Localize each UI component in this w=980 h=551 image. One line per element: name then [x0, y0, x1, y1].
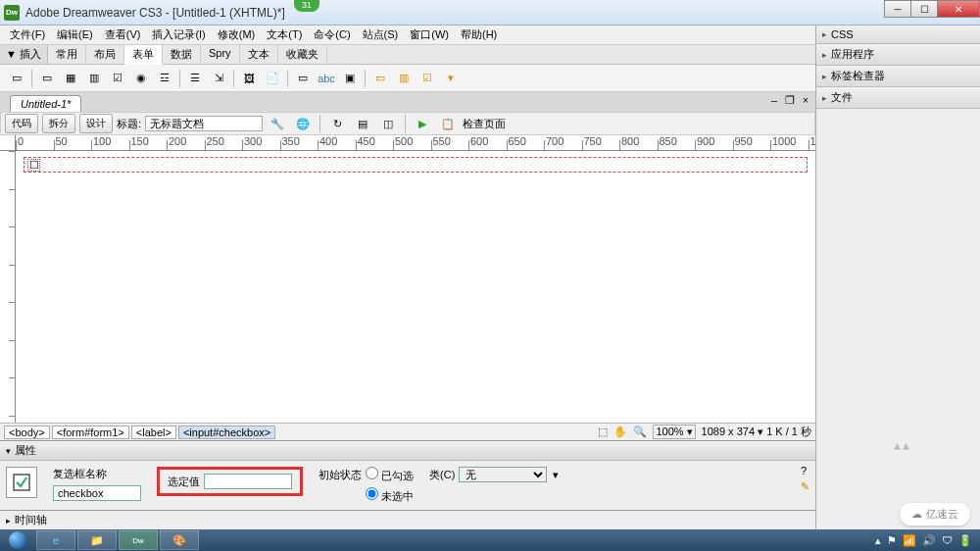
task-ie[interactable]: e: [36, 530, 75, 550]
doc-tab[interactable]: Untitled-1*: [10, 95, 81, 112]
spry-select-icon[interactable]: ▾: [440, 69, 462, 88]
form-outline[interactable]: [24, 157, 808, 173]
insert-tab-6[interactable]: 收藏夹: [278, 45, 327, 65]
checkbox-icon[interactable]: ☑: [107, 69, 128, 88]
watermark: ☁ 亿速云: [900, 503, 970, 526]
tag-selector-1[interactable]: <form#form1>: [52, 426, 129, 439]
side-panel-2[interactable]: 标签检查器: [816, 66, 980, 86]
label-icon[interactable]: abc: [316, 69, 337, 88]
tag-selector-3[interactable]: <input#checkbox>: [178, 426, 275, 439]
insert-toggle[interactable]: ▼ 插入: [0, 45, 48, 64]
cloud-icon: ☁: [911, 508, 922, 521]
jump-icon[interactable]: ⇲: [208, 69, 229, 88]
zoom-select[interactable]: 100% ▾: [653, 425, 695, 439]
close-button[interactable]: ✕: [937, 0, 980, 18]
image-field-icon[interactable]: 🖼: [238, 69, 260, 88]
side-panel-0[interactable]: CSS: [816, 25, 980, 43]
radio-unchecked-option[interactable]: 未选中: [366, 487, 414, 504]
check-page-label[interactable]: 检查页面: [463, 117, 506, 131]
browser-check-icon[interactable]: 🔧: [267, 114, 288, 133]
menu-item-1[interactable]: 编辑(E): [51, 25, 99, 44]
split-view-button[interactable]: 拆分: [42, 114, 75, 133]
side-panel-1[interactable]: 应用程序: [816, 44, 980, 65]
design-view-button[interactable]: 设计: [79, 114, 113, 133]
textarea-icon[interactable]: ▥: [83, 69, 105, 88]
insert-tab-5[interactable]: 文本: [240, 45, 278, 65]
insert-tab-1[interactable]: 布局: [86, 45, 124, 65]
timeline-header[interactable]: 时间轴: [0, 511, 815, 529]
class-select[interactable]: 无: [459, 467, 547, 482]
side-panel-3[interactable]: 文件: [816, 87, 980, 108]
checkbox-element[interactable]: ☐: [27, 159, 40, 172]
document-toolbar: 代码 拆分 设计 标题: 🔧 🌐 ↻ ▤ ◫ ▶ 📋 检查页面: [0, 112, 815, 135]
view-options-icon[interactable]: ▤: [352, 114, 373, 133]
minimize-button[interactable]: ─: [884, 0, 911, 18]
insert-tab-4[interactable]: Spry: [201, 45, 240, 65]
doc-restore-icon[interactable]: ❐: [784, 94, 796, 107]
fieldset-icon[interactable]: ▣: [339, 69, 361, 88]
menu-item-7[interactable]: 站点(S): [357, 25, 405, 44]
radio-checked-option[interactable]: 已勾选: [366, 467, 414, 483]
tag-selector-0[interactable]: <body>: [4, 426, 50, 439]
menu-item-6[interactable]: 命令(C): [308, 25, 356, 44]
globe-icon[interactable]: 🌐: [292, 114, 314, 133]
properties-header[interactable]: 属性: [0, 441, 815, 461]
menu-item-0[interactable]: 文件(F): [4, 25, 51, 44]
start-button[interactable]: [0, 529, 35, 551]
tag-selector-2[interactable]: <label>: [131, 426, 176, 439]
insert-tab-0[interactable]: 常用: [48, 45, 86, 65]
menu-item-3[interactable]: 插入记录(I): [146, 25, 211, 44]
ruler-origin[interactable]: [0, 135, 16, 151]
spry-text-icon[interactable]: ▭: [369, 69, 391, 88]
file-manage-icon[interactable]: 📋: [437, 114, 459, 133]
preview-icon[interactable]: ▶: [412, 114, 433, 133]
visual-aids-icon[interactable]: ◫: [377, 114, 399, 133]
tray-network-icon[interactable]: 📶: [903, 534, 916, 547]
menu-item-4[interactable]: 修改(M): [212, 25, 262, 44]
task-paint[interactable]: 🎨: [160, 530, 199, 550]
quick-edit-icon[interactable]: ✎: [801, 480, 809, 493]
tray-shield-icon[interactable]: 🛡: [942, 534, 953, 546]
menu-item-8[interactable]: 窗口(W): [404, 25, 455, 44]
document-tabs: Untitled-1* – ❐ ×: [0, 92, 815, 112]
insert-tab-2[interactable]: 表单: [124, 45, 163, 65]
task-dreamweaver[interactable]: Dw: [119, 530, 158, 550]
hidden-icon[interactable]: ▦: [60, 69, 81, 88]
form-icon[interactable]: ▭: [6, 69, 27, 88]
app-icon: Dw: [4, 5, 20, 21]
tray-battery-icon[interactable]: 🔋: [958, 534, 972, 547]
zoom-tool-icon[interactable]: 🔍: [633, 426, 647, 438]
refresh-icon[interactable]: ↻: [326, 114, 348, 133]
class-dropdown-icon[interactable]: ▾: [553, 469, 559, 481]
system-tray[interactable]: ▴ ⚑ 📶 🔊 🛡 🔋: [875, 534, 980, 547]
spry-textarea-icon[interactable]: ▥: [393, 69, 415, 88]
tray-flag-icon[interactable]: ⚑: [887, 534, 897, 547]
tray-up-icon[interactable]: ▴: [875, 534, 881, 547]
doc-minimize-icon[interactable]: –: [768, 94, 780, 107]
task-explorer[interactable]: 📁: [77, 530, 117, 550]
tray-sound-icon[interactable]: 🔊: [922, 534, 936, 547]
design-canvas[interactable]: ☐: [16, 151, 815, 423]
insert-tab-3[interactable]: 数据: [163, 45, 201, 65]
select-tool-icon[interactable]: ⬚: [598, 426, 608, 438]
name-label: 复选框名称: [53, 467, 141, 481]
textfield-icon[interactable]: ▭: [36, 69, 58, 88]
doc-close-icon[interactable]: ×: [800, 94, 811, 107]
name-input[interactable]: [53, 485, 141, 501]
button-icon[interactable]: ▭: [292, 69, 314, 88]
sidebar-collapse-dots[interactable]: ▴▴: [894, 437, 911, 453]
maximize-button[interactable]: ☐: [910, 0, 938, 18]
list-icon[interactable]: ☰: [184, 69, 206, 88]
menu-item-2[interactable]: 查看(V): [99, 25, 147, 44]
menu-item-5[interactable]: 文本(T): [261, 25, 308, 44]
code-view-button[interactable]: 代码: [5, 114, 38, 133]
hand-tool-icon[interactable]: ✋: [613, 426, 627, 438]
value-input[interactable]: [204, 474, 292, 489]
spry-checkbox-icon[interactable]: ☑: [416, 69, 438, 88]
help-icon[interactable]: ?: [801, 465, 809, 476]
radiogroup-icon[interactable]: ☲: [154, 69, 175, 88]
file-field-icon[interactable]: 📄: [262, 69, 283, 88]
radio-icon[interactable]: ◉: [130, 69, 152, 88]
menu-item-9[interactable]: 帮助(H): [455, 25, 503, 44]
title-input[interactable]: [145, 116, 263, 131]
